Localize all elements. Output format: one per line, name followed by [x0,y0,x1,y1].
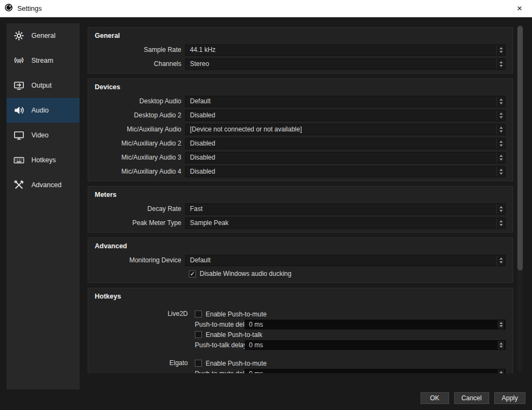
spinner-arrows[interactable] [496,167,505,177]
spinner-arrows[interactable] [497,340,505,350]
spinner-arrows[interactable] [496,218,505,228]
spinner-arrows[interactable] [496,110,505,121]
monitoring-device-select[interactable]: Default [185,255,505,266]
input-value: 0 ms [249,321,263,328]
settings-content: General Sample Rate 44.1 kHz Channels St… [88,23,513,373]
select-value: Default [190,97,211,105]
sidebar-item-hotkeys[interactable]: Hotkeys [6,148,80,173]
chevron-down-icon [500,261,503,263]
sidebar-item-video[interactable]: Video [6,123,80,148]
section-meters: Meters Decay Rate Fast Peak Meter Type S… [88,186,513,233]
disable-audio-ducking-checkbox[interactable] [189,270,196,277]
chevron-down-icon [500,158,503,161]
push-to-talk-delay-input[interactable]: 0 ms [245,340,505,350]
chevron-down-icon [500,116,503,118]
push-to-mute-delay-input[interactable]: 0 ms [245,369,505,374]
vertical-scrollbar[interactable] [517,24,523,372]
chevron-up-icon [500,47,503,49]
sidebar-item-label: Hotkeys [31,156,56,164]
select-value: Disabled [190,140,215,147]
spinner-arrows[interactable] [496,153,505,163]
cancel-button[interactable]: Cancel [454,392,489,404]
sidebar-item-general[interactable]: General [6,23,80,48]
chevron-up-icon [500,127,503,129]
settings-sidebar: General A Stream Output Audio Video [6,23,80,389]
form-row: Sample Rate 44.1 kHz [95,43,505,57]
field-label: Mic/Auxiliary Audio 2 [95,140,185,147]
chevron-up-icon [500,322,503,324]
mic-aux-audio-4-select[interactable]: Disabled [185,166,505,177]
mic-aux-audio-3-select[interactable]: Disabled [185,152,505,163]
sidebar-item-output[interactable]: Output [6,73,80,98]
chevron-down-icon [500,346,503,348]
mic-aux-audio-select[interactable]: [Device not connected or not available] [185,124,505,135]
spinner-arrows[interactable] [496,204,505,214]
hotkey-checkbox-row: Enable Push-to-talk [195,329,505,340]
desktop-audio-select[interactable]: Default [185,96,505,107]
chevron-up-icon [500,98,503,101]
chevron-up-icon [500,257,503,260]
enable-push-to-mute-checkbox[interactable] [195,310,202,318]
select-value: Disabled [190,168,215,175]
select-value: Disabled [190,154,215,161]
apply-button[interactable]: Apply [494,392,526,404]
field-label: Monitoring Device [95,256,185,264]
field-label: Push-to-talk delay [195,341,245,349]
checkbox-label: Disable Windows audio ducking [200,270,291,277]
chevron-down-icon [500,65,503,67]
sample-rate-select[interactable]: 44.1 kHz [185,44,505,56]
chevron-down-icon [500,210,503,212]
sidebar-item-stream[interactable]: A Stream [6,48,80,73]
chevron-down-icon [500,144,503,147]
spinner-arrows[interactable] [496,255,505,266]
section-hotkeys: Hotkeys Live2D Enable Push-to-mute Push-… [88,288,513,373]
hotkey-rows: Enable Push-to-mute Push-to-mute delay 0… [188,358,505,373]
spinner-arrows[interactable] [496,45,505,55]
chevron-up-icon [500,169,503,171]
desktop-audio-2-select[interactable]: Disabled [185,110,505,121]
section-title: Devices [95,83,505,91]
field-label: Peak Meter Type [95,219,185,227]
spinner-arrows[interactable] [497,320,505,329]
sidebar-item-advanced[interactable]: Advanced [6,173,80,197]
section-advanced: Advanced Monitoring Device Default Disab… [88,237,513,283]
tools-icon [12,178,25,191]
hotkey-checkbox-row: Enable Push-to-mute [195,358,505,368]
hotkey-checkbox-row: Enable Push-to-mute [195,309,505,319]
chevron-up-icon [500,220,503,222]
scrollbar-thumb[interactable] [517,26,523,270]
select-value: Default [190,256,211,264]
sidebar-item-audio[interactable]: Audio [6,98,80,123]
spinner-arrows[interactable] [496,96,505,107]
settings-window: Settings × General A Stream Output A [0,0,532,410]
push-to-mute-delay-input[interactable]: 0 ms [245,320,505,329]
ok-button[interactable]: OK [421,392,449,404]
spinner-arrows[interactable] [496,124,505,135]
titlebar: Settings × [0,0,532,17]
mic-aux-audio-2-select[interactable]: Disabled [185,138,505,149]
spinner-arrows[interactable] [497,369,505,374]
decay-rate-select[interactable]: Fast [185,203,505,215]
enable-push-to-mute-checkbox[interactable] [195,360,202,367]
select-value: [Device not connected or not available] [190,125,302,133]
channels-select[interactable]: Stereo [185,58,505,70]
speaker-icon [12,104,25,117]
gear-icon [12,29,25,42]
form-row: Channels Stereo [95,57,505,71]
chevron-up-icon [500,113,503,115]
form-row: Mic/Auxiliary Audio [Device not connecte… [95,122,505,136]
enable-push-to-talk-checkbox[interactable] [195,331,202,338]
form-row: Desktop Audio Default [95,94,505,108]
checkbox-label: Enable Push-to-talk [206,331,262,339]
field-label: Desktop Audio [95,97,185,105]
chevron-down-icon [500,173,503,175]
hotkey-spin-row: Push-to-mute delay 0 ms [195,319,505,329]
spinner-arrows[interactable] [496,138,505,149]
close-icon[interactable]: × [511,2,528,16]
form-row: Mic/Auxiliary Audio 2 Disabled [95,136,505,150]
sidebar-item-label: Audio [31,107,49,114]
spinner-arrows[interactable] [496,59,505,69]
chevron-up-icon [500,61,503,63]
peak-meter-type-select[interactable]: Sample Peak [185,217,505,229]
hotkey-group-live2d: Live2D Enable Push-to-mute Push-to-mute … [95,309,505,350]
